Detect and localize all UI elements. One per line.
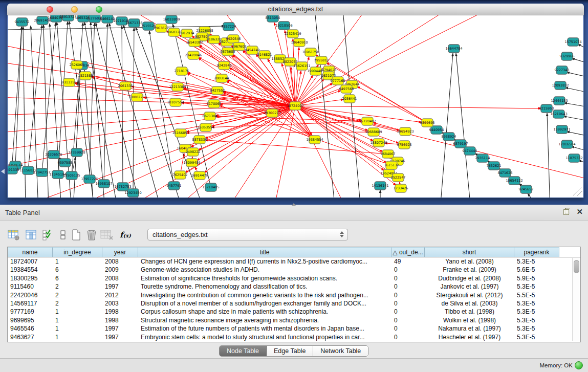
graph-node[interactable]: 9242848 bbox=[217, 61, 232, 70]
graph-node[interactable]: 16644784 bbox=[445, 45, 462, 53]
table-row[interactable]: 2242004622012Investigating the contribut… bbox=[8, 291, 580, 299]
graph-node[interactable]: 19654923 bbox=[397, 127, 413, 136]
column-header[interactable]: △ out_de... bbox=[391, 247, 425, 257]
graph-node[interactable]: 7632621 bbox=[487, 162, 502, 170]
graph-node[interactable]: 9435572 bbox=[15, 18, 30, 26]
network-window-titlebar[interactable]: citations_edges.txt bbox=[7, 4, 584, 15]
graph-node[interactable]: 9899695 bbox=[420, 119, 435, 127]
graph-node[interactable]: 1170065 bbox=[207, 100, 222, 108]
column-header[interactable]: pagerank bbox=[514, 247, 559, 257]
graph-node[interactable]: 12325419 bbox=[284, 30, 301, 38]
graph-node[interactable]: 6466140 bbox=[100, 15, 115, 23]
table-row[interactable]: 1872400712008Changes of HCN gene express… bbox=[8, 257, 580, 266]
close-panel-icon[interactable]: ✕ bbox=[576, 208, 583, 215]
graph-node[interactable]: 17359928 bbox=[68, 148, 85, 157]
table-row[interactable]: 969969511998Structural magnetic resonanc… bbox=[8, 316, 580, 324]
column-header[interactable]: year bbox=[102, 247, 138, 257]
graph-node[interactable]: 16914479 bbox=[191, 171, 208, 180]
graph-node[interactable]: 9920546 bbox=[226, 35, 241, 43]
graph-node[interactable]: 8878334 bbox=[192, 136, 207, 144]
graph-node[interactable]: 18640910 bbox=[291, 38, 308, 47]
graph-node[interactable]: 19218506 bbox=[275, 21, 292, 30]
table-row[interactable]: 1830029562008Estimation of significance … bbox=[8, 274, 580, 282]
graph-node[interactable]: 12093832 bbox=[552, 81, 569, 90]
tab-edge-table[interactable]: Edge Table bbox=[267, 346, 313, 356]
graph-node[interactable]: 8671304 bbox=[203, 112, 217, 120]
graph-node[interactable]: 14136141 bbox=[372, 182, 388, 190]
graph-node[interactable]: 2526065 bbox=[70, 61, 84, 69]
column-selector-button[interactable] bbox=[25, 228, 38, 242]
graph-node[interactable]: 9875685 bbox=[221, 48, 235, 56]
split-pane-handle[interactable] bbox=[292, 203, 296, 206]
graph-node[interactable]: 1615132 bbox=[384, 161, 399, 169]
graph-node[interactable]: 7857224 bbox=[222, 23, 236, 31]
panel-edge-arrow[interactable] bbox=[1, 169, 5, 174]
graph-node[interactable]: 1521585 bbox=[78, 72, 93, 80]
network-window[interactable]: citations_edges.txt 94355722069140616840… bbox=[7, 4, 584, 198]
graph-node[interactable]: 7625402 bbox=[173, 171, 188, 179]
graph-node[interactable]: 8471626 bbox=[498, 169, 513, 177]
graph-node[interactable]: 9474444 bbox=[463, 147, 477, 155]
graph-node[interactable]: 10654112 bbox=[506, 177, 522, 185]
graph-node[interactable]: 10688609 bbox=[365, 128, 382, 136]
graph-node[interactable]: 7955812 bbox=[314, 56, 329, 64]
tab-network-table[interactable]: Network Table bbox=[313, 346, 368, 356]
graph-node[interactable]: 9457791 bbox=[167, 182, 182, 190]
table-row[interactable]: 977716911998Corpus callosum shape and si… bbox=[8, 308, 580, 316]
column-header[interactable]: in_degree bbox=[53, 247, 102, 257]
delete-table-button[interactable] bbox=[100, 228, 114, 242]
graph-node[interactable]: 16210643 bbox=[550, 110, 567, 118]
function-builder-button[interactable]: f(x) bbox=[119, 228, 132, 242]
memory-status-indicator[interactable] bbox=[575, 361, 583, 369]
graph-node[interactable]: 18807249 bbox=[370, 139, 387, 147]
graph-node[interactable]: 17016504 bbox=[558, 140, 575, 148]
network-canvas[interactable]: 9435572206914061684034418913724106532871… bbox=[8, 15, 583, 198]
graph-node[interactable]: 8813054 bbox=[266, 15, 280, 22]
graph-node[interactable]: 9227343 bbox=[555, 66, 570, 74]
graph-node[interactable]: 2935114 bbox=[475, 154, 490, 162]
new-document-button[interactable] bbox=[70, 228, 83, 242]
table-scrollbar[interactable] bbox=[572, 258, 579, 341]
graph-node[interactable]: 9756928 bbox=[397, 141, 412, 149]
table-row[interactable]: 911546021997Tourette syndrome. Phenomeno… bbox=[8, 282, 580, 291]
table-row[interactable]: 946362711997Embryonic stem cells: a mode… bbox=[8, 333, 580, 341]
graph-node[interactable]: 9313356 bbox=[62, 78, 77, 86]
row-list-button[interactable] bbox=[56, 228, 70, 242]
column-header[interactable]: short bbox=[425, 247, 514, 257]
graph-node[interactable]: 1733426 bbox=[394, 184, 408, 192]
graph-node[interactable]: 6497568 bbox=[339, 85, 354, 93]
graph-node[interactable]: 9777169 bbox=[331, 77, 345, 85]
graph-node[interactable]: 8938924 bbox=[442, 133, 456, 141]
graph-node[interactable]: 2803144 bbox=[214, 74, 229, 82]
graph-node[interactable]: 9684067 bbox=[381, 150, 396, 158]
graph-node[interactable]: 9397588 bbox=[58, 159, 73, 167]
table-row[interactable]: 946554611997Estimation of the future num… bbox=[8, 324, 580, 333]
float-panel-icon[interactable] bbox=[563, 208, 570, 215]
graph-node[interactable]: 1080223 bbox=[130, 93, 145, 101]
table-row[interactable]: 1456911722003Disruption of a novel membe… bbox=[8, 299, 580, 308]
table-scrollbar-thumb[interactable] bbox=[574, 260, 579, 273]
delete-button[interactable] bbox=[85, 228, 98, 242]
graph-node[interactable]: 15992971 bbox=[553, 125, 570, 134]
graph-node[interactable]: 8215953 bbox=[539, 104, 554, 113]
graph-node[interactable]: 16353554 bbox=[197, 123, 214, 132]
graph-node[interactable]: 9391335 bbox=[8, 166, 19, 174]
column-header[interactable]: title bbox=[138, 247, 391, 257]
graph-node[interactable]: 8427552 bbox=[210, 86, 225, 95]
graph-node[interactable]: 2061335 bbox=[118, 82, 133, 90]
graph-node[interactable]: 15718485 bbox=[202, 183, 219, 191]
tab-node-table[interactable]: Node Table bbox=[220, 346, 267, 356]
table-row[interactable]: 1938455462009Genome-wide association stu… bbox=[8, 266, 580, 274]
graph-node[interactable]: 16166857 bbox=[172, 129, 189, 137]
graph-node[interactable]: 2036441 bbox=[342, 95, 357, 103]
graph-node[interactable]: 2522547 bbox=[391, 173, 406, 182]
table-selector[interactable]: citations_edges.txt bbox=[147, 229, 348, 240]
graph-node[interactable]: 16033809 bbox=[163, 15, 180, 24]
graph-node[interactable]: 8912934 bbox=[180, 29, 194, 37]
column-header[interactable]: name bbox=[8, 247, 53, 257]
table-settings-button[interactable] bbox=[7, 228, 20, 242]
resize-gripper[interactable] bbox=[573, 187, 582, 196]
select-all-button[interactable] bbox=[41, 228, 54, 242]
graph-node[interactable]: 9498222 bbox=[186, 148, 201, 156]
graph-node[interactable]: 2718176 bbox=[175, 67, 189, 75]
